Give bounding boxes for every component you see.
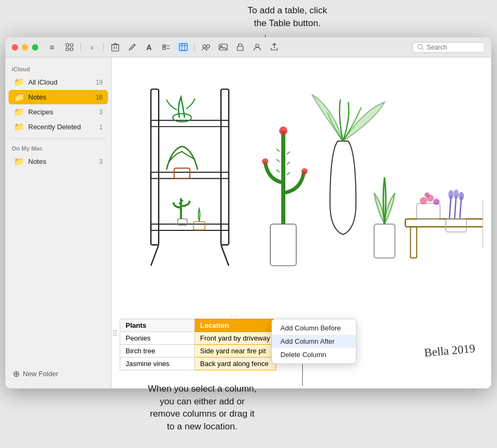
- svg-rect-17: [151, 120, 229, 127]
- collaborate-button[interactable]: [198, 40, 213, 54]
- svg-rect-32: [410, 227, 417, 258]
- svg-point-8: [203, 45, 206, 48]
- svg-rect-0: [66, 44, 69, 46]
- svg-point-30: [302, 168, 308, 175]
- sidebar-item-label: Recipes: [28, 108, 95, 116]
- context-menu-add-after[interactable]: Add Column After: [272, 335, 356, 348]
- svg-rect-21: [174, 168, 189, 179]
- svg-rect-26: [194, 221, 205, 230]
- sidebar-item-count: 1: [99, 123, 103, 131]
- context-menu: Add Column Before Add Column After Delet…: [271, 319, 357, 364]
- sidebar-item-all-icloud[interactable]: 📁 All iCloud 19: [9, 75, 108, 89]
- folder-icon: 📁: [14, 77, 24, 87]
- annotation-bottom: When you select a column, you can either…: [117, 383, 287, 433]
- svg-rect-7: [179, 44, 187, 51]
- svg-rect-31: [405, 219, 483, 227]
- sidebar: iCloud 📁 All iCloud 19 📁 Notes 16 📁 Reci…: [5, 57, 112, 388]
- svg-point-14: [418, 45, 423, 49]
- table-area: ⠿ ··· Plants Location: [120, 319, 276, 372]
- folder-icon: 📁: [14, 122, 24, 132]
- new-folder-label: New Folder: [23, 370, 58, 378]
- sidebar-item-count: 3: [99, 109, 103, 116]
- svg-rect-16: [221, 89, 229, 245]
- svg-point-25: [180, 209, 181, 211]
- column-header-location[interactable]: Location: [195, 319, 276, 332]
- table-cell-location[interactable]: Back yard along fence: [195, 358, 276, 370]
- folder-icon: 📁: [14, 92, 24, 102]
- table-drag-handle[interactable]: ⠿: [112, 329, 118, 338]
- mac-section-label: On My Mac: [5, 143, 111, 154]
- search-input[interactable]: [427, 44, 480, 51]
- compose-button[interactable]: [125, 40, 139, 54]
- maximize-button[interactable]: [32, 44, 38, 51]
- sidebar-item-count: 3: [99, 158, 103, 165]
- sidebar-item-recently-deleted[interactable]: 📁 Recently Deleted 1: [9, 120, 108, 134]
- svg-rect-4: [112, 45, 119, 51]
- svg-point-41: [453, 189, 459, 199]
- folder-icon: 📁: [14, 107, 24, 117]
- toolbar: ≡ ‹: [45, 40, 485, 54]
- toolbar-divider-1: [80, 43, 81, 52]
- svg-rect-35: [417, 203, 440, 219]
- context-menu-add-before[interactable]: Add Column Before: [272, 321, 356, 335]
- column-header-plants[interactable]: Plants: [120, 319, 195, 332]
- svg-rect-12: [237, 46, 243, 51]
- table-cell-plant[interactable]: Peonies: [120, 332, 195, 345]
- minimize-button[interactable]: [22, 44, 28, 51]
- svg-point-29: [262, 158, 268, 164]
- back-button[interactable]: ‹: [85, 40, 100, 54]
- table-row: Birch tree Side yard near fire pit: [120, 345, 276, 358]
- sidebar-item-recipes[interactable]: 📁 Recipes 3: [9, 105, 108, 119]
- traffic-lights: [12, 44, 38, 51]
- svg-point-42: [459, 192, 464, 201]
- photo-button[interactable]: [216, 40, 230, 54]
- toolbar-divider-2: [103, 43, 104, 52]
- sidebar-item-notes-mac[interactable]: 📁 Notes 3: [9, 154, 108, 169]
- column-drag-handle[interactable]: ···: [230, 312, 240, 319]
- svg-rect-27: [270, 224, 296, 266]
- table-button[interactable]: [176, 40, 190, 54]
- icloud-section-label: iCloud: [5, 64, 111, 74]
- svg-point-24: [182, 200, 184, 202]
- svg-point-39: [425, 193, 430, 198]
- svg-point-40: [449, 190, 454, 200]
- context-menu-delete[interactable]: Delete Column: [272, 348, 356, 361]
- search-icon: [417, 44, 424, 51]
- sidebar-item-label: Notes: [28, 157, 95, 165]
- checklist-button[interactable]: [159, 40, 173, 54]
- app-window: ≡ ‹: [5, 37, 491, 388]
- sidebar-item-notes-icloud[interactable]: 📁 Notes 16: [9, 90, 108, 104]
- share-button[interactable]: [267, 40, 281, 54]
- grid-view-button[interactable]: [62, 40, 77, 54]
- annotation-top: To add a table, click the Table button.: [208, 4, 367, 30]
- toolbar-divider-3: [194, 43, 195, 52]
- svg-rect-34: [374, 224, 395, 258]
- sidebar-item-label: All iCloud: [28, 78, 92, 86]
- table-cell-plant[interactable]: Jasmine vines: [120, 358, 195, 370]
- lock-button[interactable]: [233, 40, 247, 54]
- people-button[interactable]: [250, 40, 264, 54]
- svg-rect-15: [151, 89, 159, 245]
- svg-rect-3: [70, 48, 73, 51]
- new-folder-icon: ⊕: [13, 369, 20, 379]
- new-folder-button[interactable]: ⊕ New Folder: [5, 364, 112, 383]
- plant-illustration: [120, 63, 483, 313]
- search-box[interactable]: [412, 42, 485, 53]
- close-button[interactable]: [12, 44, 18, 51]
- table-cell-location[interactable]: Side yard near fire pit: [195, 345, 276, 358]
- table-cell-location[interactable]: Front yard by driveway: [195, 332, 276, 345]
- delete-button[interactable]: [107, 40, 122, 54]
- main-content: iCloud 📁 All iCloud 19 📁 Notes 16 📁 Reci…: [5, 57, 491, 388]
- table-cell-plant[interactable]: Birch tree: [120, 345, 195, 358]
- svg-rect-2: [66, 48, 69, 51]
- list-view-button[interactable]: ≡: [45, 40, 60, 54]
- sidebar-item-count: 16: [96, 94, 103, 101]
- titlebar: ≡ ‹: [5, 37, 491, 57]
- sidebar-item-count: 19: [96, 79, 103, 86]
- signature: Bella 2019: [424, 342, 476, 360]
- font-button[interactable]: A: [142, 40, 156, 54]
- svg-point-38: [433, 198, 440, 205]
- table-row: Peonies Front yard by driveway: [120, 332, 276, 345]
- svg-rect-6: [163, 47, 165, 49]
- svg-point-23: [179, 203, 180, 204]
